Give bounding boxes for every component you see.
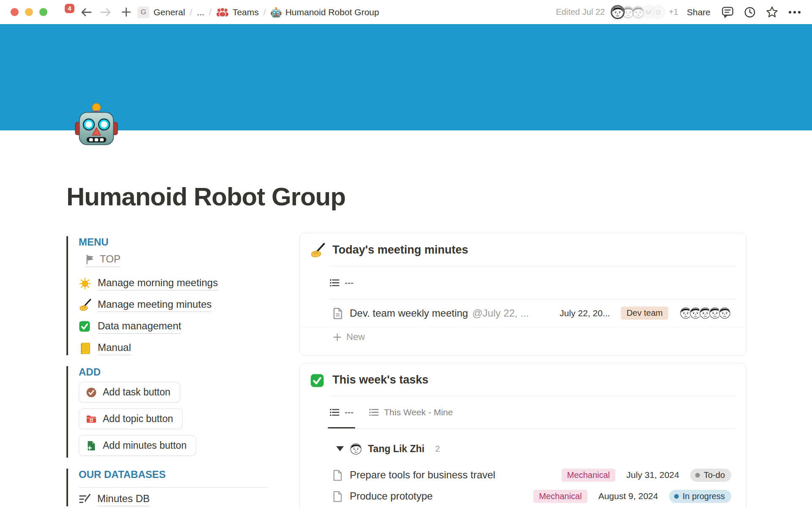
back-button[interactable] bbox=[80, 7, 92, 17]
status-label: In progress bbox=[683, 491, 725, 501]
breadcrumb-separator: / bbox=[263, 7, 266, 17]
page-icon bbox=[332, 491, 343, 502]
breadcrumb-collapsed[interactable]: ... bbox=[197, 7, 205, 17]
new-row-button[interactable]: New bbox=[300, 327, 746, 347]
category-tag: Mechanical bbox=[533, 490, 587, 503]
menu-item-data-management[interactable]: Data management bbox=[79, 320, 269, 334]
avatar bbox=[718, 306, 731, 320]
meeting-properties: July 22, 20... Dev team bbox=[560, 306, 731, 320]
left-column: MENU TOP Manage morning meetings Manage … bbox=[66, 235, 269, 508]
view-tab-this-week-mine[interactable]: This Week - Mine bbox=[369, 396, 453, 428]
menu-item-label: Manual bbox=[98, 342, 131, 355]
meeting-date: July 22, 20... bbox=[560, 308, 610, 318]
brown-check-circle-icon bbox=[86, 387, 97, 398]
date-mention: @July 22, ... bbox=[472, 307, 529, 319]
new-tab-button[interactable] bbox=[121, 7, 132, 17]
avatar: D bbox=[651, 5, 665, 19]
add-topic-button[interactable]: Add topic button bbox=[79, 409, 183, 429]
team-tag: Dev team bbox=[621, 306, 668, 320]
collapse-triangle-icon[interactable] bbox=[336, 446, 344, 451]
add-button-label: Add task button bbox=[103, 387, 170, 398]
green-check-icon bbox=[310, 373, 325, 388]
card-title: This week's tasks bbox=[332, 373, 428, 387]
task-row[interactable]: Prepare tools for business travel Mechan… bbox=[300, 464, 746, 486]
share-button[interactable]: Share bbox=[687, 7, 710, 17]
databases-section: OUR DATABASES Minutes DB bbox=[66, 469, 269, 506]
add-button-label: Add topic button bbox=[103, 413, 173, 425]
task-row[interactable]: Produce prototype Mechanical August 9, 2… bbox=[300, 486, 746, 507]
sidebar-toggle-button[interactable]: 4 bbox=[58, 5, 73, 19]
divider bbox=[79, 487, 268, 488]
teams-icon bbox=[216, 7, 229, 17]
page-icon bbox=[332, 469, 343, 481]
workspace-chip[interactable]: G bbox=[137, 6, 149, 18]
menu-item-label: Manage meeting minutes bbox=[98, 298, 211, 312]
list-view-icon bbox=[329, 278, 340, 287]
page-title[interactable]: Humanoid Robot Group bbox=[66, 182, 346, 211]
breadcrumb-separator: / bbox=[190, 7, 192, 17]
right-column: Today's meeting minutes --- Dev. team we… bbox=[299, 233, 746, 508]
collaborator-avatars[interactable]: M D bbox=[611, 5, 665, 19]
status-label: To-do bbox=[704, 470, 725, 480]
view-tab-label: This Week - Mine bbox=[384, 407, 453, 417]
menu-item-manual[interactable]: Manual bbox=[79, 342, 269, 355]
avatar-overflow-count[interactable]: +1 bbox=[669, 7, 678, 17]
view-tab-default[interactable]: --- bbox=[329, 266, 354, 299]
more-options-icon[interactable] bbox=[788, 11, 801, 14]
task-properties: Mechanical July 31, 2024 To-do bbox=[562, 469, 731, 482]
due-date: July 31, 2024 bbox=[626, 470, 679, 480]
robot-emoji-icon bbox=[271, 7, 282, 18]
add-heading: ADD bbox=[79, 366, 269, 378]
green-file-plus-icon bbox=[86, 440, 97, 451]
close-window-button[interactable] bbox=[11, 8, 19, 16]
view-tab-label: --- bbox=[345, 278, 354, 288]
card-title: Today's meeting minutes bbox=[332, 243, 468, 257]
breadcrumb-teams[interactable]: Teams bbox=[233, 7, 259, 17]
notification-badge: 4 bbox=[65, 4, 74, 13]
breadcrumb-separator: / bbox=[209, 7, 211, 17]
breadcrumb-root[interactable]: General bbox=[154, 7, 185, 17]
menu-item-label: Data management bbox=[98, 320, 181, 334]
view-tab-default[interactable]: --- bbox=[329, 396, 354, 428]
add-minutes-button[interactable]: Add minutes button bbox=[79, 435, 196, 456]
minimize-window-button[interactable] bbox=[25, 8, 33, 16]
meeting-row[interactable]: Dev. team weekly meeting @July 22, ... J… bbox=[300, 299, 746, 327]
group-count: 2 bbox=[435, 444, 440, 454]
task-title: Prepare tools for business travel bbox=[350, 469, 495, 481]
top-anchor-link[interactable]: TOP bbox=[85, 253, 121, 267]
page-cover bbox=[0, 24, 812, 130]
window-controls bbox=[11, 8, 47, 16]
top-link-label: TOP bbox=[100, 253, 121, 265]
ledger-icon bbox=[79, 342, 91, 355]
group-name: Tang Lik Zhi bbox=[368, 443, 425, 455]
database-link-minutes-db[interactable]: Minutes DB bbox=[79, 493, 269, 506]
window-topbar: 4 G General / ... / Teams / Humanoid Rob… bbox=[0, 0, 812, 24]
red-folder-plus-icon bbox=[86, 414, 97, 425]
due-date: August 9, 2024 bbox=[598, 491, 658, 501]
menu-item-manage-meeting-minutes[interactable]: Manage meeting minutes bbox=[79, 298, 269, 312]
card-header: Today's meeting minutes bbox=[300, 233, 746, 266]
avatar bbox=[611, 5, 625, 19]
history-clock-icon[interactable] bbox=[744, 6, 756, 18]
list-view-icon bbox=[329, 408, 340, 417]
writing-hand-icon bbox=[310, 243, 325, 258]
add-task-button[interactable]: Add task button bbox=[79, 382, 180, 403]
status-dot bbox=[674, 494, 679, 499]
databases-heading: OUR DATABASES bbox=[79, 469, 269, 480]
menu-item-label: Manage morning meetings bbox=[98, 277, 218, 290]
plus-icon bbox=[333, 333, 342, 342]
compose-icon bbox=[79, 493, 91, 506]
view-tab-bar: --- bbox=[300, 266, 746, 299]
comments-icon[interactable] bbox=[721, 6, 734, 18]
edited-timestamp[interactable]: Edited Jul 22 bbox=[556, 7, 605, 17]
page-robot-icon[interactable] bbox=[74, 102, 119, 146]
breadcrumb-page[interactable]: Humanoid Robot Group bbox=[285, 7, 379, 17]
forward-button[interactable] bbox=[100, 7, 112, 17]
green-check-icon bbox=[79, 320, 91, 333]
menu-item-manage-morning-meetings[interactable]: Manage morning meetings bbox=[79, 277, 269, 290]
zoom-window-button[interactable] bbox=[39, 8, 47, 16]
favorite-star-icon[interactable] bbox=[766, 6, 778, 18]
group-row-tang-lik-zhi[interactable]: Tang Lik Zhi 2 bbox=[300, 429, 746, 464]
task-properties: Mechanical August 9, 2024 In progress bbox=[533, 490, 731, 503]
list-view-icon bbox=[369, 408, 379, 417]
